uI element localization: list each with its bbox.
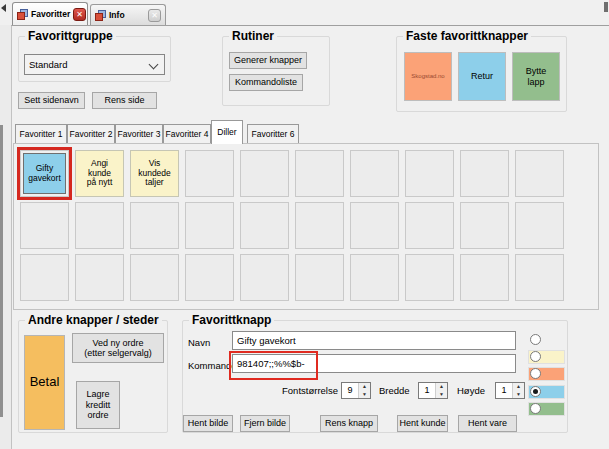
fixed-favorite-button-bytte-lapp[interactable]: Bytte lapp	[512, 52, 560, 101]
favorittgruppe-dropdown[interactable]: Standard	[24, 54, 165, 75]
grid-button-gifty-gavekort[interactable]: Gifty gavekort	[20, 150, 69, 197]
lagre-kreditt-ordre-button[interactable]: Lagre kreditt ordre	[76, 381, 120, 429]
grid-cell-empty[interactable]	[295, 150, 344, 197]
fixed-favorite-button-retur[interactable]: Retur	[458, 52, 506, 101]
ved-ny-ordre-button[interactable]: Ved ny ordre (etter selgervalg)	[72, 333, 164, 363]
page-tab-diller[interactable]: Diller	[211, 120, 243, 144]
tab-favoritter-label: Favoritter	[31, 9, 70, 19]
group-rutiner: Rutiner	[222, 36, 330, 106]
application-window: Favoritter ✕ Info ✕ Favorittgruppe Stand…	[0, 0, 609, 449]
color-radio-none[interactable]	[530, 334, 541, 345]
page-tab-favoritter-6[interactable]: Favoritter 6	[247, 124, 299, 143]
kommandoliste-button[interactable]: Kommandoliste	[229, 74, 303, 91]
spinner-down-icon[interactable]: ▼	[359, 391, 370, 399]
grid-cell-empty[interactable]	[515, 202, 564, 249]
spinner-arrows[interactable]: ▲ ▼	[358, 383, 370, 398]
spinner-arrows[interactable]: ▲ ▼	[435, 383, 447, 398]
grid-button-label: Gifty gavekort	[23, 153, 66, 194]
grid-cell-empty[interactable]	[130, 254, 179, 301]
betal-button[interactable]: Betal	[24, 335, 65, 430]
kommando-highlight-box	[229, 351, 318, 380]
grid-button-angi-kunde-p-nytt[interactable]: Angi kunde på nytt	[75, 150, 124, 197]
group-title: Andre knapper / steder	[25, 313, 162, 327]
tab-favoritter[interactable]: Favoritter ✕	[12, 2, 88, 25]
form-icon	[17, 9, 28, 20]
hoyde-spinner[interactable]: 1 ▲ ▼	[495, 382, 525, 399]
bredde-spinner[interactable]: 1 ▲ ▼	[418, 382, 448, 399]
close-tab-icon[interactable]: ✕	[73, 8, 86, 21]
grid-cell-empty[interactable]	[350, 254, 399, 301]
grid-cell-empty[interactable]	[75, 202, 124, 249]
grid-cell-empty[interactable]	[240, 202, 289, 249]
grid-cell-empty[interactable]	[185, 254, 234, 301]
grid-cell-empty[interactable]	[460, 202, 509, 249]
spinner-up-icon[interactable]: ▲	[359, 383, 370, 391]
grid-cell-empty[interactable]	[295, 202, 344, 249]
group-title: Favorittgruppe	[25, 29, 116, 43]
sett-sidenavn-button[interactable]: Sett sidenavn	[18, 92, 85, 109]
grid-cell-empty[interactable]	[240, 150, 289, 197]
grid-cell-empty[interactable]	[515, 150, 564, 197]
collapse-arrow-icon	[1, 4, 6, 12]
fontstorrelse-label: Fontstørrelse	[248, 385, 338, 396]
hoyde-label: Høyde	[457, 385, 485, 396]
grid-cell-empty[interactable]	[405, 150, 454, 197]
grid-cell-empty[interactable]	[460, 254, 509, 301]
grid-cell-empty[interactable]	[405, 202, 454, 249]
tab-info[interactable]: Info ✕	[90, 4, 166, 25]
bredde-label: Bredde	[379, 385, 410, 396]
chevron-down-icon	[149, 60, 159, 70]
page-tab-favoritter-3[interactable]: Favoritter 3	[115, 124, 163, 143]
grid-cell-empty[interactable]	[240, 254, 289, 301]
grid-cell-empty[interactable]	[185, 150, 234, 197]
navn-label: Navn	[188, 337, 210, 348]
fjern-bilde-button[interactable]: Fjern bilde	[240, 415, 290, 432]
hent-vare-button[interactable]: Hent vare	[458, 415, 517, 432]
bredde-value: 1	[419, 383, 435, 398]
page-tab-favoritter-2[interactable]: Favoritter 2	[67, 124, 115, 143]
navn-input[interactable]: Gifty gavekort	[232, 331, 516, 350]
grid-cell-empty[interactable]	[350, 150, 399, 197]
grid-cell-empty[interactable]	[75, 254, 124, 301]
spinner-down-icon[interactable]: ▼	[513, 391, 524, 399]
grid-cell-empty[interactable]	[20, 254, 69, 301]
color-radio-green[interactable]	[530, 403, 541, 414]
edge-mark	[604, 2, 608, 12]
spinner-arrows[interactable]: ▲ ▼	[512, 383, 524, 398]
spinner-up-icon[interactable]: ▲	[436, 383, 447, 391]
rens-knapp-button[interactable]: Rens knapp	[320, 415, 378, 432]
rens-side-button[interactable]: Rens side	[92, 92, 157, 109]
group-title: Rutiner	[229, 29, 277, 43]
generer-knapper-button[interactable]: Generer knapper	[229, 52, 307, 69]
grid-cell-empty[interactable]	[350, 202, 399, 249]
color-radio-blue[interactable]	[530, 386, 541, 397]
fixed-favorite-button-skogstad-no[interactable]: Skogstad.no	[404, 52, 452, 101]
fontstorrelse-spinner[interactable]: 9 ▲ ▼	[341, 382, 371, 399]
form-icon	[95, 10, 106, 21]
hent-bilde-button[interactable]: Hent bilde	[183, 415, 233, 432]
hent-kunde-button[interactable]: Hent kunde	[397, 415, 448, 432]
grid-cell-empty[interactable]	[295, 254, 344, 301]
favorittgruppe-selected-value: Standard	[29, 59, 68, 70]
radio-selected-dot	[533, 389, 538, 394]
fontstorrelse-value: 9	[342, 383, 358, 398]
grid-cell-empty[interactable]	[185, 202, 234, 249]
grid-cell-empty[interactable]	[515, 254, 564, 301]
hoyde-value: 1	[496, 383, 512, 398]
grid-button-vis-kundede-taljer[interactable]: Vis kundede taljer	[130, 150, 179, 197]
grid-cell-empty[interactable]	[460, 150, 509, 197]
grid-cell-empty[interactable]	[405, 254, 454, 301]
scrollbar-thumb[interactable]	[0, 125, 3, 417]
grid-cell-empty[interactable]	[130, 202, 179, 249]
group-title: Faste favorittknapper	[403, 29, 531, 43]
group-title: Favorittknapp	[189, 313, 274, 327]
page-tab-favoritter-1[interactable]: Favoritter 1	[15, 124, 67, 143]
close-tab-icon[interactable]: ✕	[148, 9, 161, 22]
page-tab-favoritter-4[interactable]: Favoritter 4	[163, 124, 211, 143]
tab-info-label: Info	[109, 10, 145, 20]
grid-cell-empty[interactable]	[20, 202, 69, 249]
spinner-down-icon[interactable]: ▼	[436, 391, 447, 399]
spinner-up-icon[interactable]: ▲	[513, 383, 524, 391]
